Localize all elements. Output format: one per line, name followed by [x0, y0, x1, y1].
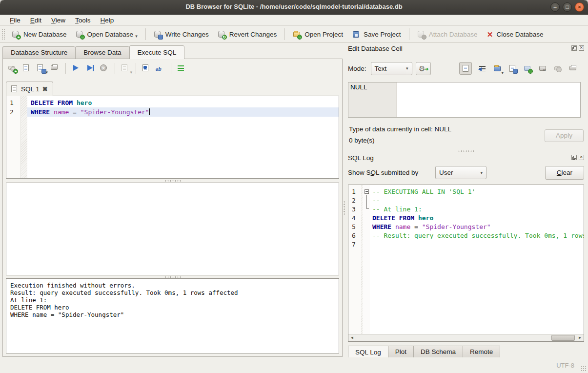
tab-execute-sql[interactable]: Execute SQL [129, 45, 185, 59]
open-in-external-icon[interactable]: → [524, 64, 532, 73]
write-changes-icon [154, 30, 162, 39]
message-line: Execution finished without errors. [10, 282, 335, 289]
editor-code-area[interactable]: DELETE FROM hero WHERE name = "Spider-Yo… [27, 96, 339, 178]
toolbar-separator [115, 63, 115, 74]
mode-label: Mode: [348, 65, 366, 72]
window-controls: – □ × [550, 2, 584, 12]
message-line: WHERE name = "Spider-Youngster" [10, 311, 335, 318]
cell-null-value: NULL [348, 83, 397, 117]
save-sql-file-icon[interactable]: ▾ [36, 64, 46, 73]
export-cell-data-icon[interactable] [508, 64, 517, 73]
dock-close-icon[interactable] [579, 45, 584, 51]
print-sql-icon[interactable] [50, 64, 60, 73]
open-sql-file-icon[interactable] [22, 64, 32, 73]
tab-browse-data[interactable]: Browse Data [75, 46, 129, 59]
open-url-icon[interactable] [539, 64, 547, 73]
word-wrap-icon[interactable] [478, 64, 487, 73]
tab-db-schema[interactable]: DB Schema [414, 346, 463, 358]
cell-editor-content[interactable] [397, 83, 580, 117]
find-icon[interactable] [142, 64, 151, 73]
fold-collapse-icon[interactable] [365, 189, 369, 194]
save-results-icon: ▾ [121, 64, 130, 73]
menu-edit[interactable]: Edit [25, 16, 46, 25]
sql-file-icon [11, 85, 18, 93]
sql-editor[interactable]: 1 2 DELETE FROM hero WHERE name = "Spide… [6, 96, 339, 179]
menu-help[interactable]: Help [96, 16, 119, 25]
save-project-icon [352, 30, 361, 39]
cell-editor-toolbar: ▾ → [459, 62, 578, 75]
toolbar-separator [409, 28, 409, 40]
toolbar-separator [65, 63, 66, 74]
find-replace-icon[interactable]: ab [156, 64, 165, 73]
dock-splitter[interactable] [348, 149, 584, 152]
menu-file[interactable]: File [5, 16, 25, 25]
execute-all-icon[interactable] [71, 64, 81, 73]
scroll-left-icon[interactable]: ◀ [348, 334, 356, 341]
cell-value-editor[interactable]: NULL [348, 82, 581, 118]
dock-float-icon[interactable] [571, 45, 577, 51]
new-database-button[interactable]: + New Database [7, 28, 71, 41]
open-project-icon: → [293, 30, 302, 39]
dock-float-icon[interactable] [571, 155, 577, 160]
titlebar: DB Browser for SQLite - /home/user/code/… [0, 0, 588, 15]
close-button[interactable]: × [575, 2, 584, 12]
write-changes-button[interactable]: Write Changes [149, 28, 213, 41]
dock-close-icon[interactable] [579, 155, 584, 160]
sql-toolbar: + ▾ ✕ ▾ ab [8, 63, 186, 74]
editor-fold-margin [21, 96, 27, 178]
print-cell-icon[interactable] [569, 64, 578, 73]
cell-type-info: Type of data currently in cell: NULL [349, 125, 451, 133]
toolbar-separator [136, 63, 136, 74]
format-sql-icon[interactable] [177, 64, 186, 73]
results-grid[interactable] [6, 183, 339, 275]
sql-file-tab[interactable]: SQL 1 ✖ [6, 82, 53, 96]
sql-tab-close-icon[interactable]: ✖ [42, 85, 48, 93]
tab-remote[interactable]: Remote [463, 346, 500, 358]
cell-size-info: 0 byte(s) [349, 137, 375, 144]
log-horizontal-scrollbar[interactable]: ◀ ▶ [348, 334, 584, 341]
editor-results-splitter[interactable] [6, 179, 339, 182]
tab-sql-log[interactable]: SQL Log [348, 346, 388, 359]
code-line: DELETE FROM hero [27, 98, 339, 107]
encoding-indicator[interactable]: UTF-8 [556, 362, 574, 369]
resize-grip[interactable] [581, 366, 587, 372]
open-database-dropdown-icon[interactable]: ▾ [135, 34, 138, 39]
tab-plot[interactable]: Plot [388, 346, 414, 358]
text-mode-toggle[interactable] [459, 62, 472, 75]
code-line-current: WHERE name = "Spider-Youngster" [27, 107, 339, 117]
scroll-right-icon[interactable]: ▶ [576, 334, 584, 341]
attach-database-button: Attach Database [413, 28, 482, 41]
right-dock: Edit Database Cell Mode: Text▾ ⚙➜ ▾ → [345, 43, 588, 358]
execution-message-panel[interactable]: Execution finished without errors. Resul… [6, 278, 339, 353]
sql-log-dock-header: SQL Log [348, 154, 584, 163]
minimize-button[interactable]: – [550, 2, 560, 12]
text-cursor [149, 108, 150, 115]
edit-cell-title: Edit Database Cell [348, 45, 403, 52]
scrollbar-thumb[interactable] [551, 335, 575, 341]
open-database-button[interactable]: → Open Database ▾ [71, 28, 142, 41]
import-cell-data-icon[interactable]: ▾ [493, 64, 502, 73]
menu-view[interactable]: View [46, 16, 70, 25]
log-filter-select[interactable]: User▾ [435, 166, 487, 179]
toolbar-drag-handle[interactable] [1, 28, 5, 40]
close-database-button[interactable]: ✕ Close Database [482, 28, 547, 41]
maximize-button[interactable]: □ [563, 2, 572, 12]
save-project-button[interactable]: Save Project [347, 28, 406, 41]
tab-database-structure[interactable]: Database Structure [2, 46, 75, 59]
mode-select[interactable]: Text▾ [371, 62, 412, 75]
auto-switch-mode-button[interactable]: ⚙➜ [416, 62, 431, 75]
toolbar-separator [171, 63, 171, 74]
clear-log-button[interactable]: Clear [545, 166, 584, 180]
execute-line-icon[interactable] [85, 64, 95, 73]
gear-icon: ⚙➜ [419, 64, 427, 73]
app-window: DB Browser for SQLite - /home/user/code/… [0, 0, 588, 373]
sql-file-tab-bar: SQL 1 ✖ [6, 82, 53, 96]
menu-tools[interactable]: Tools [70, 16, 96, 25]
log-code-area: -- EXECUTING ALL IN 'SQL 1' -- -- At lin… [370, 185, 584, 334]
open-project-button[interactable]: → Open Project [288, 28, 347, 41]
new-sql-tab-icon[interactable]: + [8, 64, 18, 73]
log-line [370, 240, 584, 249]
sql-log-view[interactable]: 1 2 3 4 5 6 7 -- EXECUTING ALL IN 'SQL 1… [348, 185, 584, 342]
revert-changes-button[interactable]: ↻ Revert Changes [213, 28, 282, 41]
window-title: DB Browser for SQLite - /home/user/code/… [0, 3, 588, 10]
